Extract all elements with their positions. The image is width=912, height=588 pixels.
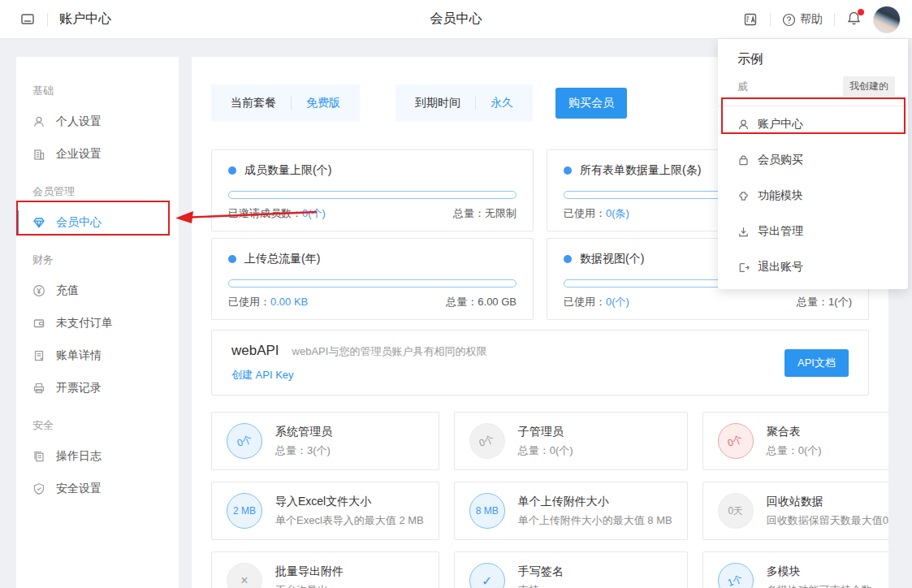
bill-icon	[32, 349, 45, 362]
blue-dot-icon	[228, 166, 236, 175]
progress-bar	[228, 279, 517, 288]
cross-icon: ×	[227, 563, 262, 588]
used-label: 已邀请成员数：	[228, 207, 302, 219]
create-api-key-link[interactable]: 创建 API Key	[231, 368, 486, 383]
sidebar: 基础 个人设置 企业设置 会员管理 会员中心 财务 充值 未支付订单	[16, 57, 179, 588]
blue-dot-icon	[564, 166, 572, 175]
menu-item-logout[interactable]: 退出账号	[718, 249, 908, 285]
used-label: 已使用：	[564, 296, 606, 308]
feature-card-handwritten-signature: ✓ 手写签名 支持	[454, 551, 688, 588]
shield-check-icon	[32, 482, 45, 495]
help-label: 帮助	[800, 12, 823, 27]
wallet-icon	[32, 317, 45, 330]
divider	[475, 97, 476, 110]
sidebar-item-unpaid-orders[interactable]: 未支付订单	[16, 307, 179, 339]
menu-item-export-management[interactable]: 导出管理	[718, 214, 908, 249]
feature-card-sub-admin: 0个 子管理员 总量：0(个)	[454, 412, 688, 470]
invoice-icon	[32, 382, 45, 395]
webapi-desc: webAPI与您的管理员账户具有相同的权限	[292, 344, 487, 359]
divider	[291, 97, 292, 110]
feature-card-attachment-size: 8 MB 单个上传附件大小 单个上传附件大小的最大值 8 MB	[454, 482, 688, 540]
sidebar-item-security-settings[interactable]: 安全设置	[16, 473, 179, 505]
count-badge: 0个	[469, 423, 505, 459]
size-badge: 8 MB	[469, 493, 505, 529]
sidebar-item-operation-log[interactable]: 操作日志	[16, 440, 179, 473]
expire-label: 到期时间	[415, 96, 460, 110]
feature-card-recycle-bin: 0天 回收站数据 回收数据保留天数最大值0天	[702, 482, 888, 540]
current-plan-value: 免费版	[306, 96, 340, 110]
bell-icon[interactable]	[846, 11, 862, 29]
count-badge: 1个	[718, 563, 754, 588]
used-value-link[interactable]: 0(个)	[606, 296, 629, 308]
diamond-icon	[32, 216, 45, 229]
feature-card-excel-import: 2 MB 导入Excel文件大小 单个Execl表导入的最大值 2 MB	[211, 482, 439, 540]
owner-name: 威	[737, 80, 748, 94]
divider	[47, 13, 48, 26]
days-badge: 0天	[718, 493, 754, 529]
user-icon	[32, 115, 45, 128]
progress-bar	[228, 191, 517, 199]
quota-card-members: 成员数量上限(个) 已邀请成员数：0(个) 总量：无限制	[211, 149, 534, 231]
sidebar-section-finance: 财务	[16, 242, 179, 275]
total-label: 总量：无限制	[453, 206, 517, 221]
bag-icon	[737, 154, 750, 166]
sidebar-item-company-settings[interactable]: 企业设置	[16, 138, 179, 171]
size-badge: 2 MB	[227, 493, 262, 529]
count-badge: 0个	[718, 423, 754, 459]
current-plan-box: 当前套餐 免费版	[211, 84, 360, 122]
total-label: 总量：6.00 GB	[446, 295, 517, 309]
sidebar-item-bill-details[interactable]: 账单详情	[16, 339, 179, 372]
blue-dot-icon	[228, 255, 236, 263]
count-badge: 0个	[227, 423, 262, 459]
divider	[770, 13, 771, 26]
sidebar-item-recharge[interactable]: 充值	[16, 275, 179, 307]
feature-card-aggregate-table: 0个 聚合表 总量：0(个)	[702, 412, 888, 470]
webapi-panel: webAPI webAPI与您的管理员账户具有相同的权限 创建 API Key …	[211, 330, 869, 396]
menu-item-account-center[interactable]: 账户中心	[718, 106, 908, 142]
translate-icon[interactable]	[742, 11, 759, 28]
check-icon: ✓	[469, 563, 505, 588]
expire-time-box: 到期时间 永久	[395, 84, 533, 122]
user-icon	[737, 119, 750, 131]
feature-card-system-admin: 0个 系统管理员 总量：3(个)	[211, 412, 439, 470]
current-plan-label: 当前套餐	[231, 96, 276, 110]
sidebar-section-basic: 基础	[16, 73, 179, 106]
sidebar-item-invoice-records[interactable]: 开票记录	[16, 372, 179, 404]
api-doc-button[interactable]: API文档	[784, 349, 849, 377]
log-icon	[32, 450, 45, 463]
help-button[interactable]: 帮助	[782, 12, 823, 27]
app-title: 账户中心	[59, 11, 111, 28]
question-circle-icon	[782, 13, 796, 27]
quota-card-upload-traffic: 上传总流量(年) 已使用：0.00 KB 总量：6.00 GB	[211, 238, 534, 320]
building-icon	[32, 148, 45, 161]
download-icon	[737, 226, 750, 238]
yuan-circle-icon	[32, 284, 45, 297]
monitor-icon[interactable]	[19, 11, 36, 28]
sidebar-section-security: 安全	[16, 408, 179, 440]
feature-card-batch-export: × 批量导出附件 不允许导出	[211, 551, 439, 588]
used-value-link[interactable]: 0(个)	[302, 207, 326, 219]
notification-dot	[858, 9, 864, 15]
total-label: 总量：1(个)	[797, 295, 852, 309]
avatar[interactable]	[873, 6, 901, 33]
workspace-name: 示例	[718, 39, 908, 71]
used-value-link[interactable]: 0.00 KB	[270, 296, 308, 308]
sidebar-item-member-center[interactable]: 会员中心	[16, 206, 179, 239]
menu-item-function-modules[interactable]: 功能模块	[718, 178, 908, 214]
topbar: 账户中心 会员中心 帮助	[0, 0, 912, 39]
used-label: 已使用：	[228, 296, 270, 308]
sidebar-item-personal-settings[interactable]: 个人设置	[16, 106, 179, 138]
used-value-link[interactable]: 0(条)	[606, 207, 629, 219]
feature-grid: 0个 系统管理员 总量：3(个) 0个 子管理员 总量：0(个) 0个 聚合表 …	[211, 412, 869, 588]
divider	[834, 13, 835, 26]
buy-membership-button[interactable]: 购买会员	[555, 88, 627, 119]
feature-card-multi-module: 1个 多模块 多模块功能可支持个数	[702, 551, 888, 588]
account-dropdown: 示例 威 我创建的 账户中心 会员购买 功能模块 导出管理 退出账号	[718, 39, 908, 289]
sidebar-section-membership: 会员管理	[16, 174, 179, 206]
expire-value: 永久	[491, 96, 513, 110]
menu-item-member-purchase[interactable]: 会员购买	[718, 142, 908, 178]
used-label: 已使用：	[564, 207, 606, 219]
blue-dot-icon	[564, 255, 572, 263]
webapi-title: webAPI	[231, 343, 279, 359]
module-icon	[737, 190, 750, 202]
